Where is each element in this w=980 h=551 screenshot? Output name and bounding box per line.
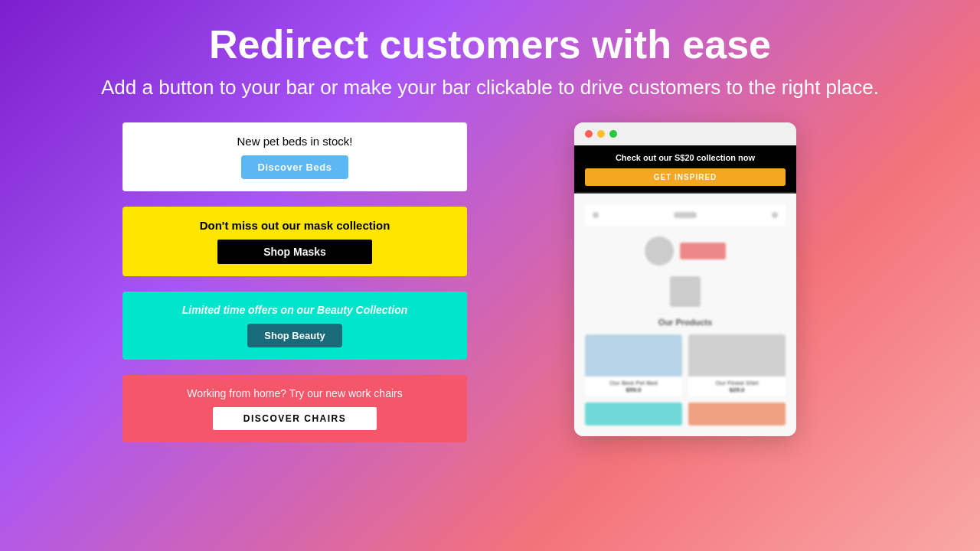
product-price-2: $25.0 [693,386,781,393]
bars-column: New pet beds in stock! Discover Beds Don… [122,122,467,442]
product-image-2 [688,334,786,377]
bar-pets: New pet beds in stock! Discover Beds [122,122,467,191]
browser-page-content: Our Products Our Best Pet Bed $59.0 Our … [574,194,796,436]
bar-masks-text: Don't miss out our mask collection [200,219,390,232]
browser-dot-close [585,130,593,138]
product-card-1: Our Best Pet Bed $59.0 [585,334,682,396]
bar-pets-text: New pet beds in stock! [237,135,353,148]
product-name-2: Our Finest Shirt [693,380,781,386]
shop-beauty-button[interactable]: Shop Beauty [247,324,341,347]
product-hero-image [670,276,701,307]
shop-masks-button[interactable]: Shop Masks [217,240,372,264]
browser-dot-minimize [597,130,605,138]
browser-column: Check out our S$20 collection now GET IN… [513,122,858,436]
products-grid: Our Best Pet Bed $59.0 Our Finest Shirt … [585,334,786,396]
browser-mockup: Check out our S$20 collection now GET IN… [574,122,796,436]
bottom-images [585,403,786,425]
products-section-title: Our Products [585,318,786,327]
page-header: Redirect customers with ease Add a butto… [101,23,879,99]
page-title: Redirect customers with ease [101,23,879,67]
get-inspired-button[interactable]: GET INSPIRED [585,168,786,186]
store-logo-icon [645,236,674,266]
store-logo-text [680,243,726,259]
browser-announcement-bar: Check out our S$20 collection now GET IN… [574,145,796,194]
main-content: New pet beds in stock! Discover Beds Don… [122,122,858,442]
bottom-image-1 [585,403,682,425]
bar-chairs-text: Working from home? Try our new work chai… [187,387,402,399]
bar-beauty: Limited time offers on our Beauty Collec… [122,292,467,360]
bottom-image-2 [688,403,786,425]
browser-titlebar [574,122,796,145]
toolbar-bar [674,212,697,218]
discover-beds-button[interactable]: Discover Beds [241,155,349,179]
product-price-1: $59.0 [590,386,678,393]
toolbar-icon-1 [593,212,599,218]
product-card-2: Our Finest Shirt $25.0 [688,334,786,396]
bar-chairs: Working from home? Try our new work chai… [122,375,467,442]
bar-beauty-text: Limited time offers on our Beauty Collec… [182,304,408,316]
page-subtitle: Add a button to your bar or make your ba… [101,76,879,99]
browser-nav-toolbar [585,204,786,226]
discover-chairs-button[interactable]: DISCOVER CHAIRS [213,407,377,430]
product-info-2: Our Finest Shirt $25.0 [688,377,786,396]
product-info-1: Our Best Pet Bed $59.0 [585,377,682,396]
toolbar-icon-2 [772,212,778,218]
bar-masks: Don't miss out our mask collection Shop … [122,207,467,276]
browser-announcement-text: Check out our S$20 collection now [616,153,755,162]
browser-dot-maximize [609,130,617,138]
store-logo-area [585,236,786,266]
product-name-1: Our Best Pet Bed [590,380,678,386]
product-image-1 [585,334,682,377]
